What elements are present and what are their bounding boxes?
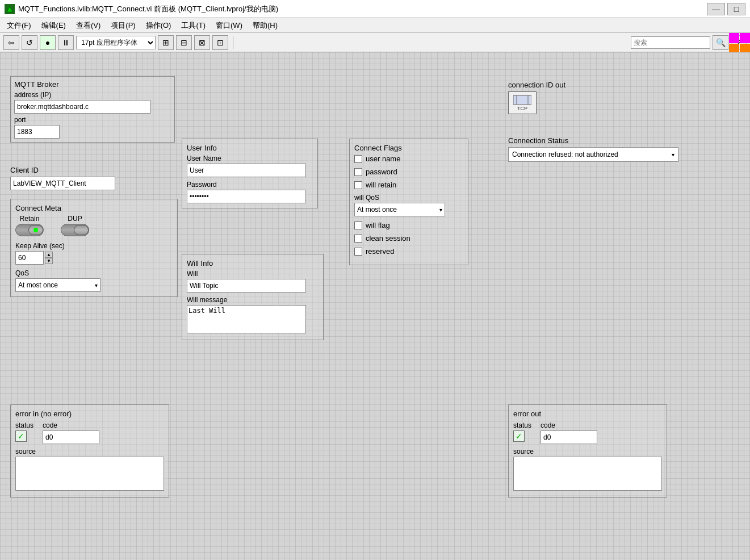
username-input[interactable] [187,164,306,177]
connection-id-label: connection ID out [508,81,565,89]
client-id-input[interactable] [10,177,115,190]
qos-dropdown[interactable]: At most once ▾ [15,278,100,292]
spin-down[interactable]: ▼ [45,258,53,264]
cb-reserved-label: reserved [366,247,395,256]
cb-username[interactable] [354,155,362,163]
menu-edit[interactable]: 编辑(E) [37,19,70,32]
retain-toggle[interactable] [15,224,44,236]
minimize-button[interactable]: — [707,3,725,15]
main-canvas: MQTT Broker address (IP) port Client ID … [0,52,750,560]
pause-button[interactable]: ⏸ [58,35,74,50]
error-in-code-input[interactable] [43,431,99,444]
cb-will-flag[interactable] [354,222,362,229]
title-bar: MQTT_Functions.lvlib:MQTT_Connect.vi 前面板… [0,0,750,18]
user-info-label: User Info [187,144,313,152]
back-button[interactable]: ⇦ [3,35,19,50]
error-out-source-label: source [513,448,662,455]
spin-up[interactable]: ▲ [45,252,53,258]
connect-meta-label: Connect Meta [15,204,173,212]
will-message-input[interactable] [187,305,306,333]
keep-alive-input[interactable] [15,251,44,265]
error-in-row: status ✓ code [15,421,164,444]
password-input[interactable] [187,190,306,203]
error-out-source-textarea[interactable] [513,457,662,491]
connect-flags-label: Connect Flags [354,144,463,152]
cb-reserved[interactable] [354,248,362,256]
maximize-button[interactable]: □ [727,3,745,15]
will-qos-wrap: will QoS At most once ▾ [354,194,463,216]
cb-will-flag-label: will flag [366,221,390,229]
retain-led [33,228,38,232]
connection-status-dropdown[interactable]: Connection refused: not authorized ▾ [508,147,678,162]
undo-button[interactable]: ↺ [22,35,37,50]
toolbar-separator [233,36,233,49]
username-label: User Name [187,154,313,162]
palette-cell-1 [729,33,739,43]
will-info-label: Will Info [187,259,319,268]
error-out-checkmark: ✓ [516,432,522,441]
cb-will-retain[interactable] [354,181,362,189]
will-label: Will [187,270,319,278]
client-id-panel: Client ID [10,166,124,190]
search-button[interactable]: 🔍 [713,35,728,50]
svg-rect-1 [513,95,531,105]
run-button[interactable]: ● [40,35,56,50]
cb-clean-session-row: clean session [354,234,463,243]
will-qos-dropdown[interactable]: At most once ▾ [354,203,445,216]
menu-help[interactable]: 帮助(H) [248,19,282,32]
conn-status-arrow: ▾ [672,152,674,158]
menu-operate[interactable]: 操作(O) [141,19,176,32]
dup-label: DUP [68,215,82,223]
dup-knob [74,225,89,235]
menu-tools[interactable]: 工具(T) [177,19,210,32]
retain-toggle-wrap: Retain [15,215,44,236]
error-in-source-label: source [15,448,164,455]
window-title: MQTT_Functions.lvlib:MQTT_Connect.vi 前面板… [18,4,707,14]
cb-username-row: user name [354,154,463,163]
will-input[interactable] [187,279,306,292]
dup-toggle-wrap: DUP [61,215,89,236]
cb-will-flag-row: will flag [354,221,463,229]
address-input[interactable] [14,100,150,114]
will-qos-arrow: ▾ [439,207,442,213]
error-out-status-wrap: status ✓ [513,421,531,444]
error-in-source-textarea[interactable] [15,457,164,491]
cb-clean-session[interactable] [354,235,362,243]
cb-username-label: user name [366,154,400,163]
error-in-checkmark: ✓ [18,432,24,441]
connection-status-label: Connection Status [508,136,707,145]
menu-bar: 文件(F) 编辑(E) 查看(V) 项目(P) 操作(O) 工具(T) 窗口(W… [0,18,750,33]
menu-project[interactable]: 项目(P) [106,19,140,32]
error-in-code-label: code [43,421,99,429]
error-out-code-input[interactable] [540,431,597,444]
palette-cell-2 [740,33,750,43]
menu-view[interactable]: 查看(V) [72,19,105,32]
search-input[interactable] [631,36,710,49]
keep-alive-spinners: ▲ ▼ [45,252,53,264]
port-input[interactable] [14,125,60,139]
mqtt-broker-label: MQTT Broker [14,80,171,89]
distribute-button[interactable]: ⊟ [176,35,192,50]
align-button[interactable]: ⊞ [158,35,174,50]
tcp-icon: TCP [508,91,537,114]
cb-password[interactable] [354,168,362,176]
dup-toggle[interactable] [61,224,89,236]
window-controls: — □ [707,3,745,15]
qos-label: QoS [15,269,173,277]
svg-marker-0 [7,6,12,12]
connect-flags-panel: Connect Flags user name password will re… [349,139,468,265]
order-button[interactable]: ⊡ [212,35,228,50]
client-id-label: Client ID [10,166,124,174]
menu-window[interactable]: 窗口(W) [211,19,247,32]
error-out-status-led: ✓ [513,431,525,442]
font-selector[interactable]: 17pt 应用程序字体 [76,36,156,49]
address-label: address (IP) [14,91,171,99]
password-label: Password [187,181,313,189]
menu-file[interactable]: 文件(F) [2,19,36,32]
resize-button[interactable]: ⊠ [194,35,210,50]
error-in-status-wrap: status ✓ [15,421,33,444]
qos-arrow: ▾ [95,282,98,289]
keep-alive-wrap: ▲ ▼ [15,251,173,265]
cb-will-retain-row: will retain [354,181,463,189]
cb-reserved-row: reserved [354,247,463,256]
